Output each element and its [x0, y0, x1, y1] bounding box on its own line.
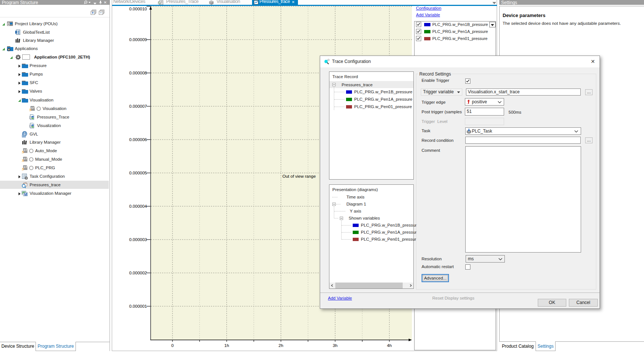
svg-text:S: S — [22, 150, 24, 154]
svg-text:ST: ST — [24, 157, 27, 160]
svg-text:0.000008: 0.000008 — [129, 71, 147, 75]
svg-text:S: S — [22, 158, 24, 163]
svg-text:M: M — [24, 193, 27, 197]
svg-text:0.000010: 0.000010 — [129, 7, 147, 11]
svg-text:0.000004: 0.000004 — [129, 204, 147, 208]
svg-text:0.000001: 0.000001 — [129, 304, 147, 308]
svg-text:0.000006: 0.000006 — [129, 137, 147, 142]
svg-text:1h: 1h — [224, 343, 229, 348]
svg-text:4h: 4h — [387, 343, 392, 348]
svg-text:Out of view range: Out of view range — [282, 174, 316, 178]
svg-text:0.000005: 0.000005 — [129, 171, 147, 175]
svg-text:S: S — [29, 107, 31, 112]
svg-text:ST: ST — [31, 106, 35, 110]
svg-text:0.000007: 0.000007 — [129, 104, 147, 108]
svg-text:0.000003: 0.000003 — [129, 237, 147, 242]
svg-text:0.000009: 0.000009 — [129, 37, 147, 42]
svg-text:ST: ST — [24, 166, 27, 169]
svg-text:2h: 2h — [279, 343, 284, 348]
svg-text:S: S — [22, 167, 24, 171]
svg-text:3h: 3h — [333, 343, 338, 348]
svg-text:0.000002: 0.000002 — [129, 271, 147, 275]
svg-text:ST: ST — [24, 148, 27, 152]
svg-text:0: 0 — [171, 343, 174, 348]
